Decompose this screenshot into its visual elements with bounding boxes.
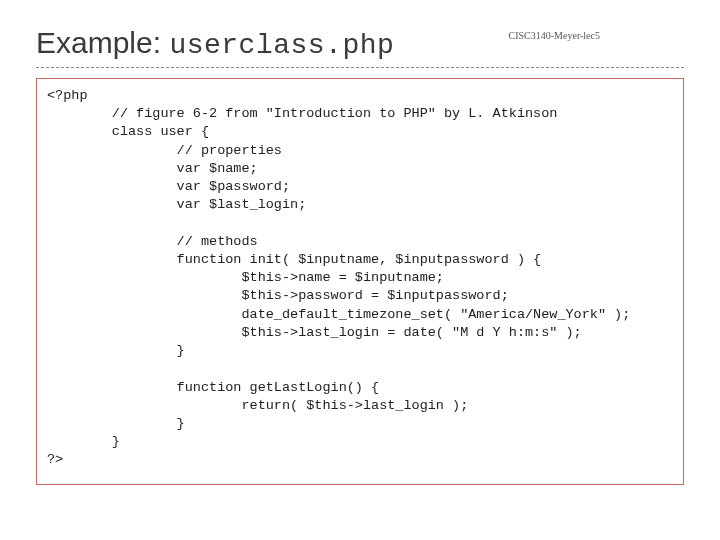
title-mono-part: userclass.php: [169, 30, 394, 61]
slide-title: Example: userclass.php: [36, 26, 394, 61]
title-plain-part: Example:: [36, 26, 169, 59]
code-block: <?php // figure 6-2 from "Introduction t…: [36, 78, 684, 485]
course-tag: CISC3140-Meyer-lec5: [509, 30, 600, 41]
